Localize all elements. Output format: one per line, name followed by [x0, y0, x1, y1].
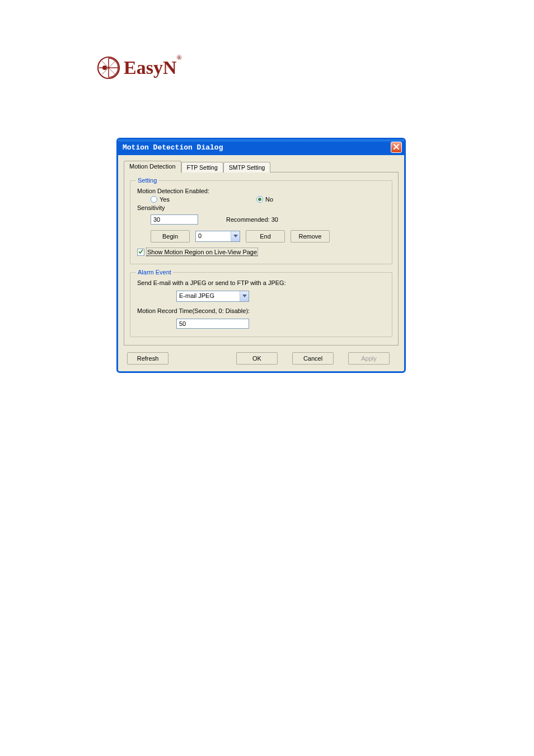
- setting-legend: Setting: [136, 177, 158, 184]
- ok-button[interactable]: OK: [236, 352, 278, 365]
- recommended-label: Recommended: 30: [226, 216, 278, 223]
- dialog-title: Motion Detection Dialog: [123, 143, 223, 152]
- begin-button[interactable]: Begin: [151, 230, 190, 242]
- region-combo[interactable]: 0: [195, 231, 240, 242]
- radio-no[interactable]: No: [256, 196, 273, 203]
- brand-name: EasyN®: [124, 57, 181, 78]
- chevron-down-icon: [240, 291, 249, 301]
- tab-motion-detection[interactable]: Motion Detection: [124, 161, 181, 173]
- region-value: 0: [196, 231, 231, 241]
- alarm-legend: Alarm Event: [136, 269, 173, 276]
- enabled-label: Motion Detection Enabled:: [137, 188, 385, 194]
- radio-yes-label: Yes: [160, 196, 170, 203]
- sensitivity-label: Sensitivity: [137, 204, 385, 211]
- tab-smtp-setting[interactable]: SMTP Setting: [223, 162, 271, 172]
- alarm-group: Alarm Event Send E-mail with a JPEG or s…: [130, 272, 392, 337]
- show-region-checkbox[interactable]: [137, 249, 144, 256]
- radio-yes[interactable]: Yes: [151, 196, 170, 203]
- record-label: Motion Record Time(Second, 0: Disable):: [137, 307, 385, 314]
- setting-group: Setting Motion Detection Enabled: Yes No…: [130, 180, 392, 264]
- tab-ftp-setting[interactable]: FTP Setting: [181, 162, 223, 172]
- radio-icon: [151, 196, 157, 203]
- radio-no-label: No: [265, 196, 273, 203]
- sensitivity-input[interactable]: [151, 214, 198, 225]
- tab-content: Setting Motion Detection Enabled: Yes No…: [124, 172, 399, 346]
- remove-button[interactable]: Remove: [291, 230, 330, 242]
- end-button[interactable]: End: [246, 230, 285, 242]
- brand-logo: EasyN®: [97, 56, 181, 80]
- dialog-footer: Refresh OK Cancel Apply: [124, 346, 399, 365]
- close-icon: [392, 143, 400, 152]
- refresh-button[interactable]: Refresh: [127, 352, 168, 365]
- send-method-combo[interactable]: E-mail JPEG: [176, 291, 249, 302]
- send-method-value: E-mail JPEG: [177, 291, 240, 301]
- show-region-label[interactable]: Show Motion Region on Live-View Page: [147, 248, 257, 256]
- cancel-button[interactable]: Cancel: [292, 352, 334, 365]
- chevron-down-icon: [231, 231, 240, 241]
- close-button[interactable]: [391, 142, 402, 153]
- radio-icon: [256, 196, 263, 203]
- check-icon: [138, 249, 144, 256]
- apply-button[interactable]: Apply: [348, 352, 390, 365]
- send-label: Send E-mail with a JPEG or send to FTP w…: [137, 279, 385, 286]
- motion-detection-dialog: Motion Detection Dialog Motion Detection…: [116, 138, 406, 373]
- titlebar[interactable]: Motion Detection Dialog: [118, 139, 404, 155]
- tab-strip: Motion Detection FTP Setting SMTP Settin…: [124, 161, 399, 172]
- brand-icon: [97, 56, 120, 80]
- record-time-input[interactable]: [176, 319, 249, 329]
